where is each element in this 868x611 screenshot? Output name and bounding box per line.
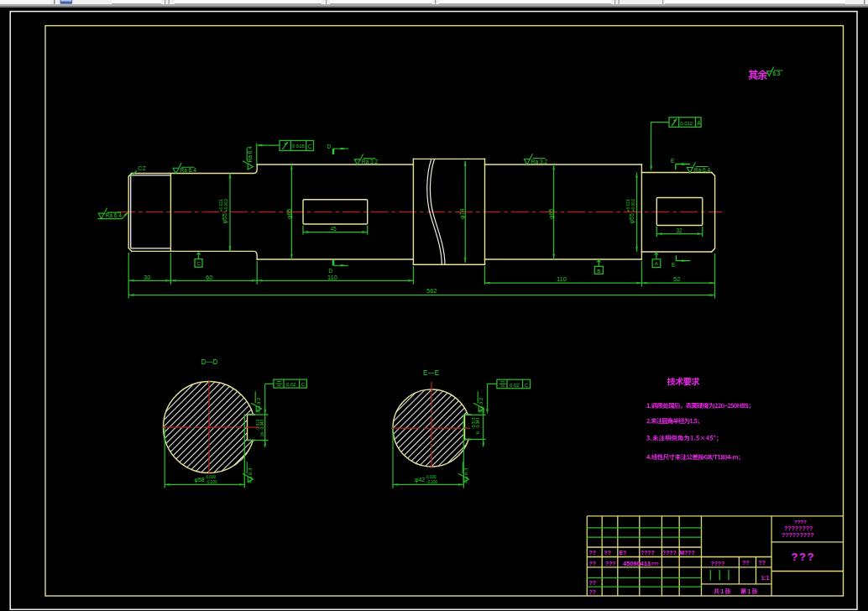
svg-text:Ra 3.2: Ra 3.2: [362, 159, 379, 164]
svg-text:60: 60: [206, 274, 212, 281]
svg-text:????: ????: [662, 550, 677, 556]
svg-text:φ58: φ58: [195, 477, 205, 483]
svg-text:φ55: φ55: [629, 213, 635, 223]
svg-text:-0.010: -0.010: [256, 419, 260, 431]
svg-text:??: ??: [589, 580, 596, 586]
svg-text:+0.002: +0.002: [630, 199, 635, 212]
svg-text:???: ???: [651, 561, 659, 567]
svg-text:C2: C2: [138, 164, 146, 172]
svg-text:C: C: [197, 260, 201, 266]
svg-text:-0.200: -0.200: [207, 480, 217, 484]
svg-text:??: ??: [589, 550, 596, 556]
svg-text:?????????: ?????????: [782, 532, 813, 538]
svg-text:-0.200: -0.200: [426, 480, 437, 484]
svg-text:??: ??: [589, 561, 596, 567]
svg-text:φ42: φ42: [415, 477, 425, 483]
svg-text:45: 45: [331, 226, 337, 232]
svg-text:Ra 3.2: Ra 3.2: [531, 159, 548, 164]
svg-text:32: 32: [677, 227, 683, 233]
svg-text:???: ???: [792, 551, 815, 563]
svg-text:D: D: [329, 268, 333, 274]
svg-text:??: ??: [742, 560, 749, 566]
svg-text:30: 30: [144, 274, 150, 281]
svg-text:52: 52: [673, 275, 680, 283]
svg-text:M???: M???: [680, 550, 695, 556]
svg-text:0.000: 0.000: [207, 475, 217, 479]
svg-text:B: B: [597, 268, 600, 274]
svg-text:-0.043: -0.043: [260, 419, 264, 431]
svg-text:Ra 6.3: Ra 6.3: [247, 467, 253, 483]
svg-text:1:1: 1:1: [761, 575, 770, 581]
svg-text:??: ??: [589, 589, 596, 595]
svg-text:Ra 6.4: Ra 6.4: [180, 167, 197, 173]
svg-text:6.3: 6.3: [773, 70, 781, 76]
svg-text:110: 110: [327, 274, 337, 281]
svg-text:Ra 6.4: Ra 6.4: [694, 167, 711, 173]
svg-text:D—D: D—D: [201, 358, 218, 366]
svg-text:φ65: φ65: [548, 209, 555, 219]
svg-text:φ74: φ74: [459, 209, 466, 219]
svg-text:-0.043: -0.043: [476, 417, 480, 429]
svg-text:E: E: [671, 158, 675, 164]
svg-text:0.012: 0.012: [680, 121, 693, 126]
svg-text:110: 110: [557, 275, 567, 283]
svg-text:Ra 6.4: Ra 6.4: [106, 212, 123, 218]
svg-text:0.02: 0.02: [286, 382, 296, 387]
svg-text:Ra 6.3: Ra 6.3: [463, 467, 468, 483]
svg-text:???: ???: [605, 561, 615, 567]
svg-text:E?: E?: [620, 550, 627, 556]
svg-text:φ65: φ65: [286, 209, 293, 219]
svg-text:0.02: 0.02: [510, 383, 520, 388]
svg-text:6: 6: [475, 431, 480, 434]
svg-text:??: ??: [604, 550, 611, 556]
svg-text:????????: ????????: [784, 525, 813, 531]
svg-text:16: 16: [259, 432, 264, 437]
svg-text:C: C: [301, 382, 306, 387]
svg-text:??: ??: [759, 560, 766, 566]
svg-text:E: E: [672, 262, 676, 268]
svg-text:????: ????: [794, 520, 807, 525]
svg-text:????: ????: [711, 561, 725, 567]
svg-text:C: C: [308, 144, 312, 149]
svg-text:C: C: [525, 383, 529, 388]
svg-text:0.015: 0.015: [292, 144, 306, 149]
svg-text:-0.010: -0.010: [472, 417, 476, 429]
svg-text:E—E: E—E: [423, 369, 440, 377]
svg-text:45090413: 45090413: [623, 560, 651, 567]
svg-text:φ55: φ55: [222, 213, 228, 223]
svg-text:Ra 3.2: Ra 3.2: [478, 397, 484, 413]
svg-text:D: D: [327, 144, 332, 149]
svg-text:0.000: 0.000: [426, 475, 437, 479]
svg-text:Ra 6.4: Ra 6.4: [247, 146, 253, 163]
svg-text:Ra 3.2: Ra 3.2: [255, 397, 261, 413]
svg-text:562: 562: [426, 287, 437, 295]
svg-text:????: ????: [641, 550, 655, 556]
svg-text:+0.002: +0.002: [223, 199, 228, 212]
